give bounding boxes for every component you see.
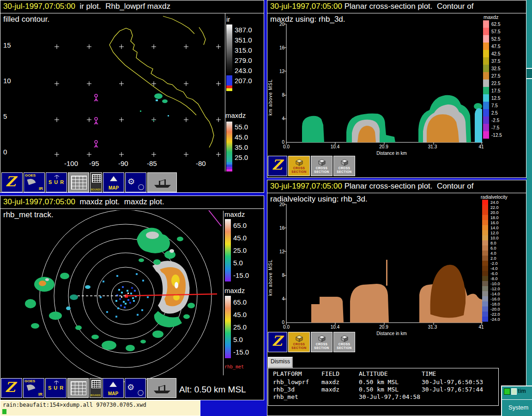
ir-plot-panel: 30-jul-1997,07:05:00 ir plot. Rhb_lowprf… [0,0,264,193]
cell-time [422,393,496,401]
y-tick: 16 [274,226,284,231]
colorbar-segment: 5.0 [225,333,249,346]
sur-button[interactable]: SUR [46,172,67,192]
map-button[interactable]: MAP [103,172,124,192]
cross-section-button-2[interactable]: CROSSSECTION [311,332,332,352]
zebra-logo-button[interactable]: Z [268,332,287,352]
colorbar-segment: 2.5 [483,109,502,116]
colorbar-segment: -6.0 [482,271,500,276]
platform-status-table: PLATFORMFIELDALTITUDETIME rhb_lowprfmaxd… [268,368,499,406]
xs-rv-x-label: Distance in km [364,331,419,336]
colorbar-segment: 25.0 [225,244,249,257]
cross-section-button-2[interactable]: CROSSSECTION [311,156,332,176]
zebra-logo-button[interactable]: Z [1,172,23,192]
xs-rv-x-ticks: 0.010.420.931.341 [279,324,489,330]
ship-button[interactable] [147,378,176,398]
bounds-button[interactable]: BOUNDS [90,378,102,398]
cell-time: 30-Jul-97,6:50:53 [422,379,496,386]
colorbar-segment: 12.0 [482,230,500,235]
ship-icon [152,383,172,394]
cell-altitude: 0.50 km MSL [359,379,422,386]
tools-button[interactable]: ⚙◯ [125,378,146,398]
sur-button[interactable]: SUR [45,378,66,398]
lon-tick: -90 [118,159,128,167]
terminal-cursor [2,409,6,414]
dismiss-button[interactable]: Dismiss [268,357,293,368]
grid-button[interactable] [68,172,89,192]
colorbar-segment: -7.5 [483,124,502,131]
colorbar-segment: 62.5 [483,20,502,28]
x-tick: 31.3 [425,144,440,149]
ir-colorbar: 387.0351.0315.0279.0243.0207.0 [226,24,252,86]
ir-cloud-echoes [140,93,169,121]
cross-section-button-1[interactable]: CROSSSECTION [288,332,310,352]
xs-rv-y-label: km above MSL [268,231,273,296]
xs-maxdz-y-ticks: 201612840 [274,22,284,145]
cross-section-button-3[interactable]: CROSSSECTION [333,332,355,352]
title-divider [0,208,264,209]
lon-tick: -100 [64,159,78,167]
circle-icon: ◯ [138,389,144,396]
x-tick: 10.4 [328,144,343,149]
ship-button[interactable] [147,172,177,192]
timestamp: 30-jul-1997,07:05:00 [3,2,75,11]
window-edge-line [526,78,532,79]
lon-tick: -95 [89,159,99,167]
platform-markers [94,94,98,147]
colorbar-segment: -18.0 [482,301,500,306]
gear-icon: ⚙ [127,382,134,392]
x-tick: 20.9 [376,324,391,330]
lat-tick: 5 [3,112,15,120]
tools-button[interactable]: ⚙◯ [125,172,146,192]
colorbar-segment: 45.0 [225,232,249,244]
window-button-icon[interactable] [511,388,517,395]
system-menu[interactable]: System [508,404,528,411]
colorbar-segment: 25.0 [226,152,248,162]
timestamp: 30-jul-1997,07:05:00 [270,2,342,11]
colorbar-segment: 12.5 [483,94,502,102]
terminal-window[interactable]: rain:beaufait:154>xdump.all 970730.0705.… [0,400,200,416]
altitude-readout: Alt: 0.50 km MSL [179,385,246,395]
lat-axis-labels: 151050 [3,41,15,156]
table-body: rhb_lowprfmaxdz0.50 km MSL30-Jul-97,6:50… [273,379,496,401]
xs-maxdz-colorbar-title: maxdz [484,14,498,20]
colorbar-segment: 8.0 [482,240,500,245]
colorbar-segment: 207.0 [226,75,252,86]
tray-divider [502,399,532,400]
zebra-logo-button[interactable]: Z [268,156,287,176]
radar-ppi-plot[interactable] [0,210,222,400]
cell-platform: rhb_met [273,393,321,401]
ir-map-plot[interactable] [0,13,225,171]
desktop: 30-jul-1997,07:05:00 ir plot. Rhb_lowprf… [0,0,532,416]
map-button[interactable]: MAP [103,378,124,398]
tim-window[interactable]: tim System [501,385,532,416]
cross-section-button-3[interactable]: CROSSSECTION [333,156,355,176]
goes-ir-button[interactable]: GOESIR [24,172,45,192]
cross-section-button-1[interactable]: CROSSSECTION [288,156,310,176]
green-led-icon [504,388,510,395]
colorbar-segment: 35.0 [226,142,248,152]
zebra-z-icon: Z [272,157,282,173]
ir-panel-title: 30-jul-1997,07:05:00 ir plot. Rhb_lowprf… [3,2,170,11]
radar-title: 30-jul-1997,07:05:00 maxdz plot. maxdz p… [3,197,164,207]
zebra-logo-button[interactable]: Z [1,378,22,398]
xs-rv-colorbar-title: radialvelocity [481,195,508,200]
window-edge-shade [526,69,532,78]
cell-field: maxdz [321,386,359,393]
lon-axis-labels: -100-95-90-85-80 [0,159,225,168]
x-tick: 31.3 [425,324,440,330]
xs-rv-contours [311,260,482,323]
colorbar-segment: 22.0 [482,205,500,210]
zebra-z-icon: Z [5,379,15,395]
cube-icon [295,335,303,342]
goes-ir-button[interactable]: GOESIR [23,378,44,398]
grid-button[interactable] [67,378,89,398]
cube-icon [318,159,326,166]
bounds-button[interactable]: BOUNDS [90,172,102,192]
colorbar-segment: 5.0 [225,257,249,269]
x-tick: 0.0 [279,144,294,149]
y-tick: 12 [274,69,284,74]
tim-window-title: tim [518,388,526,394]
colorbar-divider [225,13,225,171]
colorbar-segment: -2.0 [482,261,500,266]
